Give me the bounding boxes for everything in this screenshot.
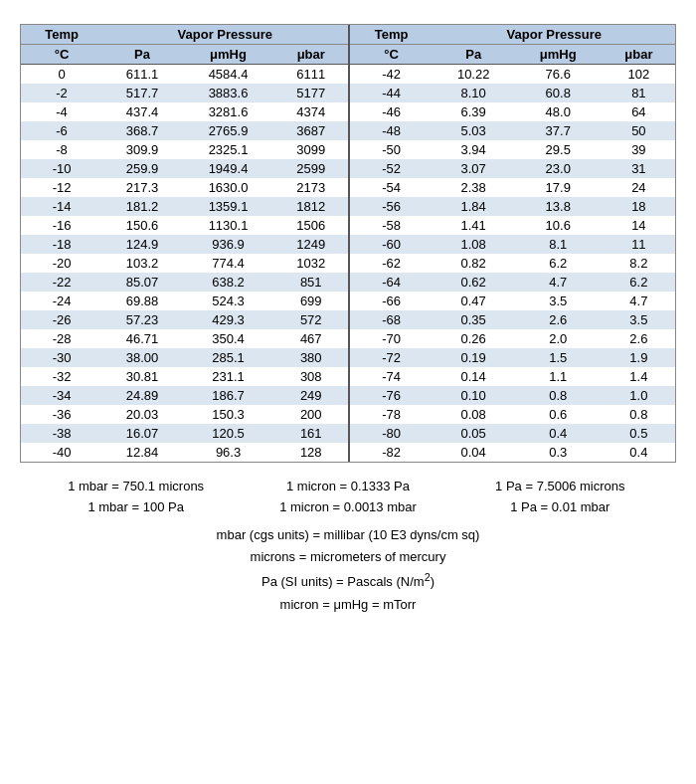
conversion-row-1: 1 mbar = 750.1 microns1 micron = 0.1333 … (20, 479, 676, 493)
table-cell: 0.08 (434, 405, 514, 424)
table-cell: -50 (349, 140, 434, 159)
table-cell: 46.71 (102, 329, 182, 348)
table-cell: 1249 (274, 235, 348, 254)
table-cell: -48 (349, 121, 434, 140)
table-row: -700.262.02.6 (349, 329, 676, 348)
table-row: -660.473.54.7 (349, 292, 676, 310)
table-cell: 60.8 (514, 84, 603, 102)
table-cell: -2 (21, 84, 102, 102)
table-cell: 8.1 (514, 235, 603, 254)
table-cell: 4.7 (514, 273, 603, 292)
table-cell: 231.1 (182, 367, 274, 386)
table-row: 0611.14584.46111 (21, 65, 348, 85)
sub-header: °C (349, 45, 434, 65)
table-cell: 699 (274, 292, 348, 310)
table-cell: 1032 (274, 254, 348, 273)
table-cell: 2599 (274, 159, 348, 178)
sub-header: Pa (102, 45, 182, 65)
table-cell: 1.5 (514, 348, 603, 367)
table-cell: 0.6 (514, 405, 603, 424)
table-row: -2285.07638.2851 (21, 273, 348, 292)
table-cell: 0.14 (434, 367, 514, 386)
definition-line: micron = μmHg = mTorr (20, 594, 676, 616)
table-cell: 3099 (274, 140, 348, 159)
table-cell: 0.47 (434, 292, 514, 310)
conversion-item: 1 micron = 0.0013 mbar (242, 499, 453, 514)
table-cell: 285.1 (182, 348, 274, 367)
table-cell: 1.41 (434, 216, 514, 235)
table-cell: -60 (349, 235, 434, 254)
table-cell: 368.7 (102, 121, 182, 140)
conversion-section: 1 mbar = 750.1 microns1 micron = 0.1333 … (20, 479, 676, 616)
table-cell: -10 (21, 159, 102, 178)
vp-header: Vapor Pressure (102, 25, 347, 45)
data-tables: TempVapor Pressure°CPaμmHgμbar 0611.1458… (20, 24, 676, 463)
definition-line: mbar (cgs units) = millibar (10 E3 dyns/… (20, 524, 676, 546)
table-cell: -44 (349, 84, 434, 102)
table-cell: -42 (349, 65, 434, 85)
table-cell: -16 (21, 216, 102, 235)
table-cell: 31 (603, 159, 675, 178)
table-row: -740.141.11.4 (349, 367, 676, 386)
table-cell: 13.8 (514, 197, 603, 216)
table-row: -10259.91949.42599 (21, 159, 348, 178)
right-table: TempVapor Pressure°CPaμmHgμbar -4210.227… (348, 25, 676, 462)
table-cell: 5177 (274, 84, 348, 102)
table-cell: 2173 (274, 178, 348, 197)
table-cell: 259.9 (102, 159, 182, 178)
table-cell: 467 (274, 329, 348, 348)
table-cell: 76.6 (514, 65, 603, 85)
table-cell: 350.4 (182, 329, 274, 348)
table-cell: 0.8 (603, 405, 675, 424)
table-cell: 4584.4 (182, 65, 274, 85)
sub-header: μbar (603, 45, 675, 65)
table-row: -2469.88524.3699 (21, 292, 348, 310)
conversion-item: 1 Pa = 0.01 mbar (454, 499, 666, 514)
table-cell: 17.9 (514, 178, 603, 197)
table-row: -561.8413.818 (349, 197, 676, 216)
table-row: -448.1060.881 (349, 84, 676, 102)
table-cell: 2.38 (434, 178, 514, 197)
table-row: -8309.92325.13099 (21, 140, 348, 159)
table-cell: -24 (21, 292, 102, 310)
table-cell: 0.35 (434, 310, 514, 329)
table-cell: 0.8 (514, 386, 603, 405)
table-row: -12217.31630.02173 (21, 178, 348, 197)
sub-header: μbar (274, 45, 348, 65)
table-cell: 150.3 (182, 405, 274, 424)
table-cell: 14 (603, 216, 675, 235)
table-row: -503.9429.539 (349, 140, 676, 159)
table-cell: 611.1 (102, 65, 182, 85)
table-cell: -40 (21, 443, 102, 462)
table-cell: -36 (21, 405, 102, 424)
table-cell: -62 (349, 254, 434, 273)
table-cell: 6.39 (434, 102, 514, 121)
table-cell: -6 (21, 121, 102, 140)
table-cell: 57.23 (102, 310, 182, 329)
table-cell: 0.26 (434, 329, 514, 348)
temp-header: Temp (349, 25, 434, 45)
header-row-2: °CPaμmHgμbar (21, 45, 348, 65)
table-row: -2517.73883.65177 (21, 84, 348, 102)
table-cell: -74 (349, 367, 434, 386)
table-cell: -58 (349, 216, 434, 235)
table-cell: -28 (21, 329, 102, 348)
table-row: -3620.03150.3200 (21, 405, 348, 424)
table-cell: 150.6 (102, 216, 182, 235)
table-cell: 161 (274, 424, 348, 443)
table-cell: 4374 (274, 102, 348, 121)
table-cell: 3.07 (434, 159, 514, 178)
table-cell: 1.08 (434, 235, 514, 254)
table-cell: -64 (349, 273, 434, 292)
table-cell: 24.89 (102, 386, 182, 405)
table-cell: 437.4 (102, 102, 182, 121)
definitions: mbar (cgs units) = millibar (10 E3 dyns/… (20, 524, 676, 616)
table-cell: 572 (274, 310, 348, 329)
table-cell: 200 (274, 405, 348, 424)
table-cell: 38.00 (102, 348, 182, 367)
table-cell: 0.05 (434, 424, 514, 443)
table-row: -14181.21359.11812 (21, 197, 348, 216)
table-cell: 4.7 (603, 292, 675, 310)
table-cell: -78 (349, 405, 434, 424)
table-cell: 1506 (274, 216, 348, 235)
